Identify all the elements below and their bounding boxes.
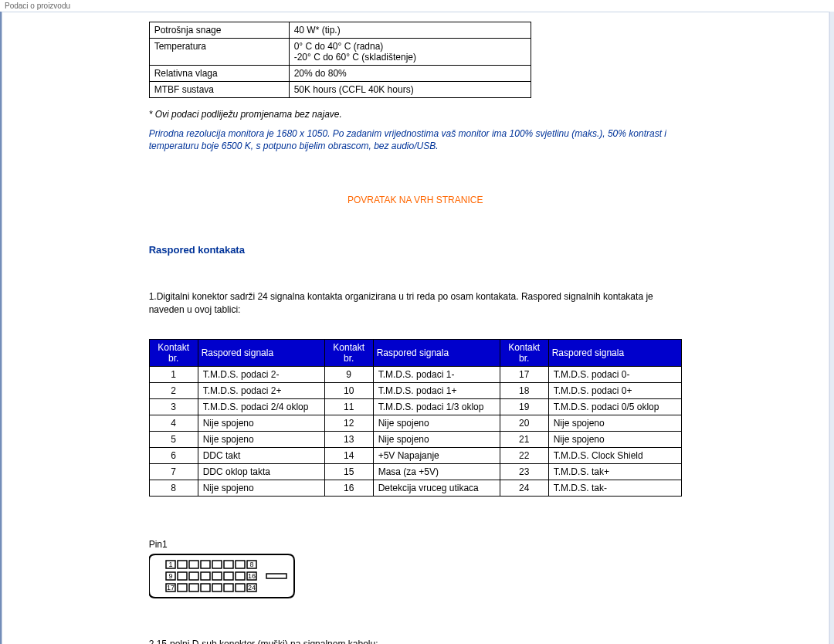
svg-rect-10 — [189, 572, 198, 580]
svg-rect-19 — [201, 584, 210, 591]
table-row: Potrošnja snage 40 W* (tip.) — [149, 22, 531, 39]
pin-sig: Nije spojeno — [373, 431, 500, 447]
pin-num: 11 — [324, 398, 373, 415]
svg-rect-1 — [178, 561, 187, 568]
content: Potrošnja snage 40 W* (tip.) Temperatura… — [2, 12, 829, 644]
table-row: 1 T.M.D.S. podaci 2- 9 T.M.D.S. podaci 1… — [149, 366, 681, 382]
table-row: 3 T.M.D.S. podaci 2/4 oklop 11 T.M.D.S. … — [149, 398, 681, 415]
pin-num: 10 — [324, 382, 373, 398]
pin-sig: T.M.D.S. podaci 0/5 oklop — [548, 398, 681, 415]
pin-num: 6 — [149, 447, 198, 463]
pin-num: 19 — [500, 398, 548, 415]
svg-rect-5 — [224, 561, 233, 568]
svg-rect-6 — [236, 561, 245, 568]
svg-rect-3 — [201, 561, 210, 568]
pin-num: 4 — [149, 415, 198, 431]
spec-key: MTBF sustava — [149, 82, 289, 98]
pin-num: 22 — [500, 447, 548, 463]
pin-num: 16 — [324, 480, 373, 496]
pin-num: 3 — [149, 398, 198, 415]
pin-sig: Nije spojeno — [548, 431, 681, 447]
pin-header-num: Kontakt br. — [324, 339, 373, 366]
pin-sig: Masa (za +5V) — [373, 463, 500, 480]
pin-num: 8 — [149, 480, 198, 496]
svg-text:16: 16 — [248, 572, 256, 580]
spec-val: 0° C do 40° C (radna) -20° C do 60° C (s… — [289, 39, 531, 66]
svg-rect-14 — [236, 572, 245, 580]
svg-rect-18 — [189, 584, 198, 591]
svg-rect-21 — [224, 584, 233, 591]
pin-num: 23 — [500, 463, 548, 480]
pin-sig: T.M.D.S. podaci 0+ — [548, 382, 681, 398]
section-heading-raspored: Raspored kontakata — [149, 244, 682, 256]
pin-num: 13 — [324, 431, 373, 447]
pin-sig: T.M.D.S. podaci 0- — [548, 366, 681, 382]
pin-num: 21 — [500, 431, 548, 447]
pin-header-num: Kontakt br. — [500, 339, 548, 366]
pin-sig: T.M.D.S. podaci 2- — [198, 366, 324, 382]
pin-sig: T.M.D.S. podaci 1+ — [373, 382, 500, 398]
spec-val: 20% do 80% — [289, 66, 531, 82]
pin-header-sig: Raspored signala — [373, 339, 500, 366]
disclaimer-note: * Ovi podaci podliježu promjenama bez na… — [149, 109, 682, 120]
svg-rect-11 — [201, 572, 210, 580]
table-row: 5 Nije spojeno 13 Nije spojeno 21 Nije s… — [149, 431, 681, 447]
pin-sig: DDC oklop takta — [198, 463, 324, 480]
page-body: Potrošnja snage 40 W* (tip.) Temperatura… — [0, 12, 834, 644]
svg-text:17: 17 — [167, 584, 175, 591]
spec-val: 50K hours (CCFL 40K hours) — [289, 82, 531, 98]
svg-rect-20 — [212, 584, 222, 591]
table-row: 4 Nije spojeno 12 Nije spojeno 20 Nije s… — [149, 415, 681, 431]
svg-rect-22 — [236, 584, 245, 591]
pin-num: 9 — [324, 366, 373, 382]
table-row: 2 T.M.D.S. podaci 2+ 10 T.M.D.S. podaci … — [149, 382, 681, 398]
pin-sig: T.M.D.S. tak- — [548, 480, 681, 496]
table-row: Temperatura 0° C do 40° C (radna) -20° C… — [149, 39, 531, 66]
svg-rect-4 — [212, 561, 222, 568]
spec-key: Potrošnja snage — [149, 22, 289, 39]
pin-header-sig: Raspored signala — [198, 339, 324, 366]
right-sidebar — [829, 12, 834, 644]
pin-num: 7 — [149, 463, 198, 480]
connector-intro-text: 1.Digitalni konektor sadrži 24 signalna … — [149, 290, 682, 315]
dvi-connector-diagram: 1 8 9 16 17 24 — [149, 553, 311, 599]
pin-num: 24 — [500, 480, 548, 496]
svg-text:24: 24 — [248, 584, 256, 591]
pin-num: 1 — [149, 366, 198, 382]
pin-num: 12 — [324, 415, 373, 431]
pin-num: 14 — [324, 447, 373, 463]
pin-header-sig: Raspored signala — [548, 339, 681, 366]
pin1-label: Pin1 — [149, 539, 682, 550]
pin-sig: T.M.D.S. podaci 1/3 oklop — [373, 398, 500, 415]
pin-header-num: Kontakt br. — [149, 339, 198, 366]
pin-sig: Nije spojeno — [198, 480, 324, 496]
pin-sig: Nije spojeno — [198, 415, 324, 431]
table-row: Relativna vlaga 20% do 80% — [149, 66, 531, 82]
spec-val: 40 W* (tip.) — [289, 22, 531, 39]
svg-rect-2 — [189, 561, 198, 568]
pin-sig: T.M.D.S. podaci 1- — [373, 366, 500, 382]
svg-rect-12 — [212, 572, 222, 580]
svg-rect-13 — [224, 572, 233, 580]
page-header-label: Podaci o proizvodu — [0, 0, 834, 12]
spec-key: Temperatura — [149, 39, 289, 66]
svg-rect-17 — [178, 584, 187, 591]
pin-sig: T.M.D.S. tak+ — [548, 463, 681, 480]
spec-table: Potrošnja snage 40 W* (tip.) Temperatura… — [149, 22, 531, 98]
pin-sig: Nije spojeno — [548, 415, 681, 431]
return-to-top-link[interactable]: POVRATAK NA VRH STRANICE — [149, 195, 682, 205]
dsub-intro-text: 2.15-polni D-sub konektor (muški) na sig… — [149, 638, 682, 644]
pin-num: 18 — [500, 382, 548, 398]
svg-rect-24 — [266, 574, 286, 578]
content-outer: Potrošnja snage 40 W* (tip.) Temperatura… — [2, 12, 829, 644]
table-row: 7 DDC oklop takta 15 Masa (za +5V) 23 T.… — [149, 463, 681, 480]
spec-key: Relativna vlaga — [149, 66, 289, 82]
pin-num: 15 — [324, 463, 373, 480]
pin-num: 20 — [500, 415, 548, 431]
svg-rect-9 — [178, 572, 187, 580]
pin-sig: Nije spojeno — [373, 415, 500, 431]
pin-sig: T.M.D.S. Clock Shield — [548, 447, 681, 463]
pin-sig: Nije spojeno — [198, 431, 324, 447]
pin-sig: +5V Napajanje — [373, 447, 500, 463]
table-row: 8 Nije spojeno 16 Detekcija vruceg utika… — [149, 480, 681, 496]
